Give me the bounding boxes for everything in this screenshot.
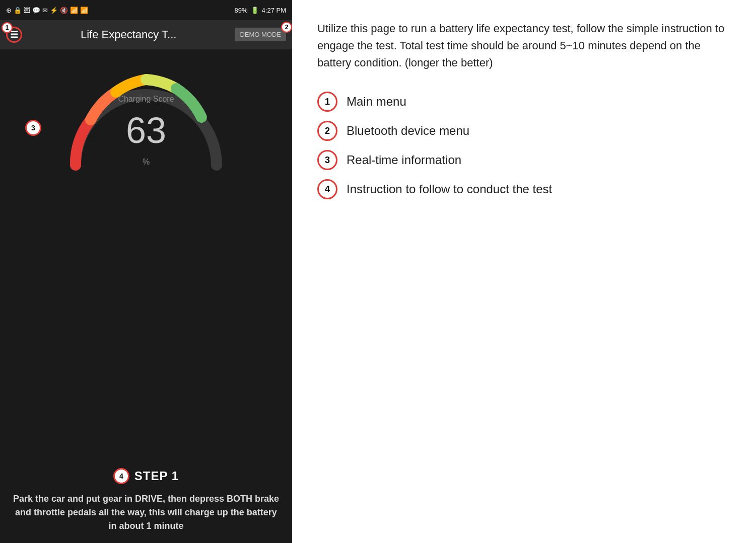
gauge-wrapper: Charging Score 63 % [60, 64, 232, 185]
demo-button-label: DEMO MODE [240, 31, 281, 38]
annotation-item-1: 1 Main menu [317, 92, 731, 112]
image-icon: 🖼 [24, 7, 30, 14]
description-text: Utilize this page to run a battery life … [317, 20, 731, 71]
gauge-area: 3 Charging Score 63 % [0, 49, 292, 458]
signal-icon: 📶 [80, 7, 88, 14]
phone-panel: ⊕ 🔒 🖼 💬 ✉ ⚡ 🔇 📶 📶 89% 🔋 4:27 PM 1 ☰ Life… [0, 0, 292, 543]
annotation-text-3: Real-time information [347, 153, 461, 167]
annotation-text-1: Main menu [347, 95, 406, 109]
annotation-text-2: Bluetooth device menu [347, 124, 469, 138]
annotation-item-3: 3 Real-time information [317, 150, 731, 170]
lock-icon: 🔒 [14, 7, 22, 14]
status-bar: ⊕ 🔒 🖼 💬 ✉ ⚡ 🔇 📶 📶 89% 🔋 4:27 PM [0, 0, 292, 20]
app-title: Life Expectancy T... [22, 28, 235, 41]
gauge-label: Charging Score [118, 95, 174, 104]
annotation-item-4: 4 Instruction to follow to conduct the t… [317, 179, 731, 199]
add-icon: ⊕ [6, 7, 12, 14]
app-bar: 1 ☰ Life Expectancy T... DEMO MODE 2 [0, 20, 292, 49]
mail-icon: ✉ [42, 7, 48, 14]
menu-button[interactable]: 1 ☰ [6, 27, 22, 43]
annotation-text-4: Instruction to follow to conduct the tes… [347, 182, 552, 196]
annotation-circle-3: 3 [317, 150, 337, 170]
annotation-list: 1 Main menu 2 Bluetooth device menu 3 Re… [317, 92, 731, 199]
badge-4: 4 [113, 468, 129, 484]
chat-icon: 💬 [32, 7, 40, 14]
bluetooth-icon: ⚡ [50, 7, 58, 14]
gauge-unit: % [143, 158, 150, 167]
badge-1: 1 [2, 22, 13, 33]
step-description: Park the car and put gear in DRIVE, then… [10, 492, 282, 533]
step-title: STEP 1 [134, 469, 179, 483]
demo-mode-button[interactable]: DEMO MODE 2 [235, 28, 286, 41]
badge-2: 2 [281, 22, 292, 33]
battery-text: 89% [235, 7, 248, 14]
step-area: 4 STEP 1 Park the car and put gear in DR… [0, 458, 292, 543]
right-panel: Utilize this page to run a battery life … [292, 0, 756, 543]
annotation-circle-2: 2 [317, 121, 337, 141]
status-bar-left: ⊕ 🔒 🖼 💬 ✉ ⚡ 🔇 📶 📶 [6, 7, 88, 14]
badge-3: 3 [25, 120, 41, 136]
mute-icon: 🔇 [60, 7, 68, 14]
annotation-circle-1: 1 [317, 92, 337, 112]
time-text: 4:27 PM [262, 7, 286, 14]
annotation-circle-4: 4 [317, 179, 337, 199]
step-header: 4 STEP 1 [113, 468, 179, 484]
gauge-value: 63 [126, 112, 166, 148]
battery-icon: 🔋 [251, 7, 259, 14]
wifi-icon: 📶 [70, 7, 78, 14]
annotation-item-2: 2 Bluetooth device menu [317, 121, 731, 141]
